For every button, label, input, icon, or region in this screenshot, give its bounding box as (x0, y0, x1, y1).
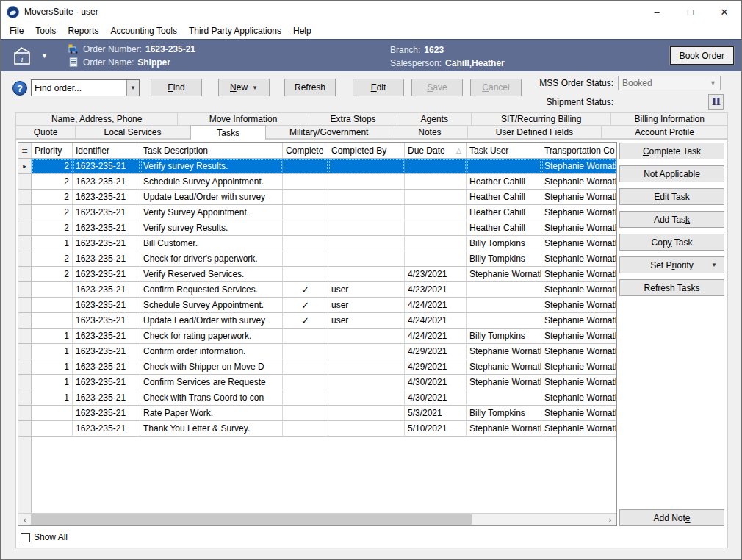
cell-identifier[interactable]: 1623-235-21 (73, 174, 140, 190)
cell-completed-by[interactable] (328, 267, 405, 282)
cell-priority[interactable] (32, 298, 73, 313)
cell-identifier[interactable]: 1623-235-21 (73, 390, 140, 406)
cell-identifier[interactable]: 1623-235-21 (73, 267, 140, 282)
close-icon[interactable]: ✕ (707, 1, 741, 23)
cell-identifier[interactable]: 1623-235-21 (73, 375, 140, 390)
cell-due-date[interactable]: 4/30/2021 (405, 375, 467, 390)
table-row[interactable]: 21623-235-21Update Lead/Order with surve… (18, 190, 616, 205)
cell-description[interactable]: Confirm order information. (140, 344, 283, 359)
order-info-dropdown[interactable]: i ▼ (11, 46, 48, 66)
tab-sit-recurring-billing[interactable]: SIT/Recurring Billing (472, 112, 611, 126)
column-header-task-description[interactable]: Task Description (140, 143, 283, 158)
history-button[interactable]: H (708, 94, 724, 110)
cell-due-date[interactable] (405, 190, 467, 205)
cell-completed-by[interactable] (328, 344, 405, 359)
cell-due-date[interactable]: 4/29/2021 (405, 359, 467, 375)
cell-due-date[interactable]: 5/3/2021 (405, 406, 467, 421)
cell-due-date[interactable] (405, 251, 467, 267)
cell-complete[interactable] (283, 251, 328, 267)
cell-completed-by[interactable] (328, 190, 405, 205)
cell-priority[interactable]: 1 (32, 359, 73, 375)
cell-priority[interactable]: 1 (32, 329, 73, 344)
tab-user-defined-fields[interactable]: User Defined Fields (468, 126, 602, 139)
cell-description[interactable]: Check for rating paperwork. (140, 329, 283, 344)
cell-completed-by[interactable] (328, 236, 405, 251)
row-selector[interactable] (18, 313, 32, 329)
scroll-left-icon[interactable]: ‹ (18, 514, 31, 525)
find-order-combobox[interactable]: Find order... ▼ (31, 79, 140, 96)
cell-transportation[interactable]: Stephanie Wornath (541, 421, 616, 437)
cell-task-user[interactable]: Heather Cahill (467, 190, 541, 205)
row-selector[interactable] (18, 329, 32, 344)
table-row[interactable]: 11623-235-21Check with Shipper on Move D… (18, 359, 616, 375)
cell-transportation[interactable]: Stephanie Wornath (541, 236, 616, 251)
cell-transportation[interactable]: Stephanie Wornath (541, 313, 616, 329)
refresh-tasks-button[interactable]: Refresh Tasks (619, 279, 724, 296)
cell-task-user[interactable]: Heather Cahill (467, 174, 541, 190)
cell-task-user[interactable] (467, 159, 541, 174)
row-selector[interactable] (18, 298, 32, 313)
row-selector[interactable] (18, 406, 32, 421)
cell-transportation[interactable]: Stephanie Wornath (541, 359, 616, 375)
menu-item-third-party-applications[interactable]: Third Party Applications (183, 24, 287, 37)
cell-due-date[interactable] (405, 159, 467, 174)
cell-task-user[interactable]: Billy Tompkins (467, 329, 541, 344)
cell-description[interactable]: Update Lead/Order with survey (140, 190, 283, 205)
table-row[interactable]: 1623-235-21Schedule Survey Appointment.✓… (18, 298, 616, 313)
cell-due-date[interactable] (405, 236, 467, 251)
cell-completed-by[interactable] (328, 220, 405, 236)
cell-priority[interactable] (32, 406, 73, 421)
cell-complete[interactable] (283, 329, 328, 344)
cell-task-user[interactable]: Heather Cahill (467, 205, 541, 220)
column-header-completed-by[interactable]: Completed By (328, 143, 405, 158)
minimize-icon[interactable]: – (640, 1, 674, 23)
cell-task-user[interactable]: Stephanie Wornath (467, 344, 541, 359)
scroll-right-icon[interactable]: › (604, 514, 616, 525)
tab-quote[interactable]: Quote (15, 126, 76, 139)
table-row[interactable]: 21623-235-21Schedule Survey Appointment.… (18, 174, 616, 190)
row-selector[interactable] (18, 251, 32, 267)
column-header-transportation-co[interactable]: Transportation Co (541, 143, 616, 158)
row-selector[interactable] (18, 421, 32, 437)
cell-identifier[interactable]: 1623-235-21 (73, 282, 140, 298)
table-row[interactable]: 11623-235-21Confirm order information.4/… (18, 344, 616, 359)
cell-description[interactable]: Verify Reserved Services. (140, 267, 283, 282)
row-selector[interactable] (18, 390, 32, 406)
cell-complete[interactable] (283, 359, 328, 375)
menu-item-help[interactable]: Help (287, 24, 317, 37)
add-task-button[interactable]: Add Task (619, 211, 724, 228)
cell-due-date[interactable]: 4/30/2021 (405, 390, 467, 406)
cell-transportation[interactable]: Stephanie Wornath (541, 190, 616, 205)
cell-completed-by[interactable]: user (328, 298, 405, 313)
cell-identifier[interactable]: 1623-235-21 (73, 159, 140, 174)
cell-transportation[interactable]: Stephanie Wornath (541, 390, 616, 406)
cell-complete[interactable]: ✓ (283, 298, 328, 313)
row-selector[interactable] (18, 174, 32, 190)
grid-corner-icon[interactable]: ≣ (18, 143, 32, 158)
cell-transportation[interactable]: Stephanie Wornath (541, 375, 616, 390)
cell-complete[interactable] (283, 344, 328, 359)
tab-billing-information[interactable]: Billing Information (611, 112, 728, 126)
cell-completed-by[interactable]: user (328, 313, 405, 329)
edit-button[interactable]: Edit (353, 79, 404, 96)
cell-description[interactable]: Confirm Requested Services. (140, 282, 283, 298)
table-row[interactable]: 21623-235-21Check for driver's paperwork… (18, 251, 616, 267)
column-header-priority[interactable]: Priority (32, 143, 73, 158)
row-selector[interactable] (18, 236, 32, 251)
cell-complete[interactable] (283, 267, 328, 282)
tab-notes[interactable]: Notes (392, 126, 467, 139)
menu-item-accounting-tools[interactable]: Accounting Tools (104, 24, 183, 37)
cell-description[interactable]: Thank You Letter & Survey. (140, 421, 283, 437)
cell-priority[interactable]: 1 (32, 236, 73, 251)
cell-due-date[interactable]: 4/24/2021 (405, 298, 467, 313)
cell-completed-by[interactable] (328, 390, 405, 406)
tab-local-services[interactable]: Local Services (76, 126, 190, 139)
cell-priority[interactable]: 2 (32, 159, 73, 174)
cell-task-user[interactable] (467, 298, 541, 313)
row-selector[interactable]: ▸ (18, 159, 32, 174)
cell-priority[interactable]: 2 (32, 174, 73, 190)
row-selector[interactable] (18, 267, 32, 282)
show-all-checkbox[interactable] (21, 533, 30, 542)
row-selector[interactable] (18, 220, 32, 236)
tab-extra-stops[interactable]: Extra Stops (309, 112, 398, 126)
